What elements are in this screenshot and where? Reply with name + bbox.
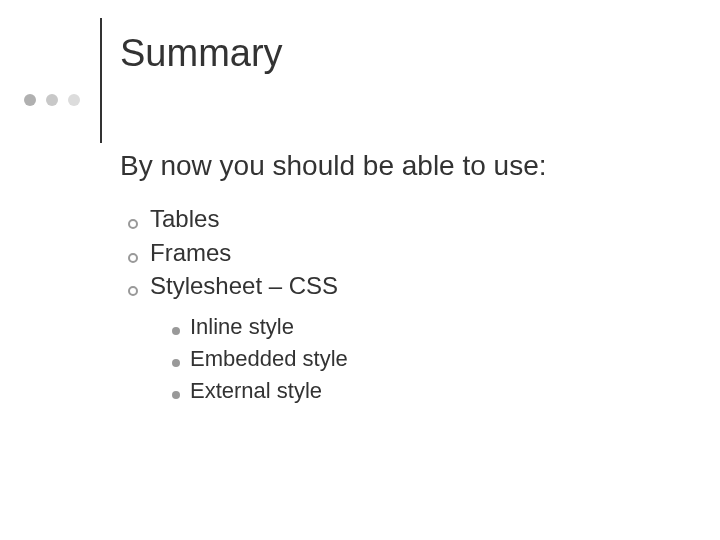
decoration-dot-1 [24,94,36,106]
ring-bullet-icon [128,286,138,296]
decoration-vertical-line [100,18,102,143]
slide-decoration [24,56,102,143]
slide: Summary By now you should be able to use… [0,0,720,540]
solid-bullet-icon [172,327,180,335]
slide-title: Summary [120,32,283,75]
ring-bullet-icon [128,219,138,229]
slide-content: By now you should be able to use: Tables… [120,150,680,406]
list-item-label: Frames [150,236,231,270]
list-item: Stylesheet – CSS [128,269,680,303]
solid-bullet-icon [172,359,180,367]
list-item-label: Tables [150,202,219,236]
list-item: Tables [128,202,680,236]
solid-bullet-icon [172,391,180,399]
list-item-label: Embedded style [190,343,348,375]
list-item-label: External style [190,375,322,407]
decoration-dot-2 [46,94,58,106]
intro-text: By now you should be able to use: [120,150,680,182]
list-item-label: Stylesheet – CSS [150,269,338,303]
list-item-label: Inline style [190,311,294,343]
decoration-dot-3 [68,94,80,106]
bullet-list-level-2: Inline style Embedded style External sty… [172,311,680,407]
bullet-list-level-1: Tables Frames Stylesheet – CSS [128,202,680,303]
list-item: External style [172,375,680,407]
list-item: Embedded style [172,343,680,375]
ring-bullet-icon [128,253,138,263]
list-item: Frames [128,236,680,270]
list-item: Inline style [172,311,680,343]
